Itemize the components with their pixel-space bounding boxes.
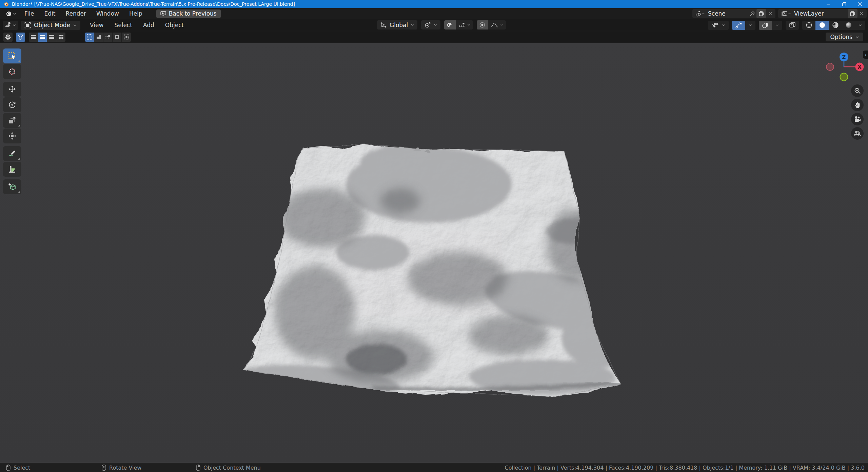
axis-z-handle[interactable]: Z [840,53,848,61]
tool-move[interactable] [3,82,21,97]
display-density-2-button[interactable] [38,33,47,42]
object-visibility-dropdown[interactable] [708,21,729,30]
menu-file[interactable]: File [19,8,39,19]
select-invert-icon [114,34,120,40]
proportional-falloff-dropdown[interactable] [488,20,506,29]
object-mode-icon [24,22,31,28]
new-view-layer-button[interactable] [848,9,857,18]
menu-view[interactable]: View [84,19,109,31]
pivot-point-dropdown[interactable] [421,20,440,29]
tool-measure[interactable] [3,162,21,177]
blender-menu-button[interactable] [2,8,19,19]
tool-cursor[interactable] [3,64,21,79]
zoom-view-button[interactable] [851,84,864,97]
display-density-3-button[interactable] [47,33,56,42]
camera-view-button[interactable] [851,113,864,125]
viewport-3d[interactable]: Z X ‹ [0,43,868,463]
menu-select[interactable]: Select [109,19,137,31]
perspective-toggle-button[interactable] [851,127,864,140]
view-layer-icon [781,11,788,17]
options-dropdown[interactable]: Options [826,33,863,41]
pin-icon[interactable] [749,11,755,17]
snap-toggle[interactable] [444,20,456,29]
screen-back-icon [160,11,166,16]
tool-add-cube[interactable] [3,179,21,194]
proportional-edit-icon [479,22,486,28]
new-scene-button[interactable] [756,9,766,18]
editor-type-button[interactable] [3,21,18,30]
restore-button[interactable] [836,0,852,8]
material-sphere-icon [832,22,839,28]
chevron-down-icon [749,24,752,26]
scene-name: Scene [708,10,726,17]
tool-annotate[interactable] [3,146,21,161]
xray-icon [789,22,796,28]
shading-material-button[interactable] [829,21,842,30]
menu-help[interactable]: Help [124,8,147,19]
shading-solid-button[interactable] [815,21,829,30]
scene-selector[interactable]: Scene [692,9,775,18]
visibility-eye-icon [711,22,719,28]
hint-context-menu: Object Context Menu [196,463,261,472]
top-menu-bar: File Edit Render Window Help Back to Pre… [0,8,868,19]
options-label: Options [830,34,852,40]
show-overlays-toggle[interactable] [759,21,772,30]
shading-wireframe-button[interactable] [802,21,815,30]
select-mode-intersect-button[interactable] [122,33,131,42]
tool-rotate[interactable] [3,97,21,112]
tool-transform[interactable] [3,129,21,143]
statusbar: Select Rotate View Object Context Menu C… [0,463,868,472]
tool-scale[interactable] [3,113,21,128]
chevron-down-icon [13,13,16,15]
xray-toggle[interactable] [786,21,799,30]
menu-edit[interactable]: Edit [39,8,60,19]
menu-window[interactable]: Window [91,8,124,19]
chevron-down-icon [411,24,414,26]
camera-icon [853,116,861,123]
tool-options-button[interactable] [3,33,13,42]
pan-view-button[interactable] [851,99,864,111]
view-layer-selector[interactable]: ViewLayer [778,9,867,18]
display-density-4-button[interactable] [56,33,65,42]
shading-dropdown[interactable] [855,21,865,30]
chevron-down-icon [73,24,77,26]
overlays-dropdown[interactable] [772,21,782,30]
select-mode-set-button[interactable] [85,33,94,42]
scene-statistics: Collection | Terrain | Verts:4,194,304 |… [505,463,865,472]
axis-x-neg-handle[interactable] [826,63,834,71]
menu-object[interactable]: Object [160,19,189,31]
axis-y-neg-handle[interactable] [840,73,848,81]
select-mode-invert-button[interactable] [113,33,122,42]
navigation-gizmo[interactable]: Z X [820,47,866,87]
select-extend-icon [96,34,102,40]
menu-render[interactable]: Render [60,8,91,19]
menu-add[interactable]: Add [138,19,160,31]
shading-rendered-button[interactable] [842,21,855,30]
sidebar-collapse-arrow[interactable]: ‹ [863,51,868,59]
pivot-point-icon [425,22,431,28]
show-gizmos-toggle[interactable] [732,21,745,30]
blender-logo-icon [5,10,12,17]
snap-with-dropdown[interactable] [456,20,473,29]
tool-select-box[interactable] [3,48,21,63]
close-button[interactable] [852,0,868,8]
chevron-down-icon [859,24,862,26]
transform-orientation-dropdown[interactable]: Global [377,20,417,29]
proportional-edit-toggle[interactable] [477,20,488,29]
terrain-mesh[interactable] [0,43,868,463]
minimize-button[interactable] [820,0,836,8]
scale-icon [8,116,17,125]
filter-button[interactable] [16,33,25,42]
transform-cluster: Global [377,20,506,29]
back-to-previous-button[interactable]: Back to Previous [156,9,221,18]
gizmos-dropdown[interactable] [745,21,755,30]
select-mode-extend-button[interactable] [94,33,103,42]
solid-sphere-icon [819,22,826,28]
remove-view-layer-button[interactable] [857,9,866,18]
display-density-1-button[interactable] [29,33,38,42]
delete-scene-button[interactable] [766,9,774,18]
select-mode-subtract-button[interactable] [103,33,113,42]
mode-dropdown[interactable]: Object Mode [21,21,80,30]
axis-x-handle[interactable]: X [855,63,864,71]
svg-text:Z: Z [842,54,846,60]
